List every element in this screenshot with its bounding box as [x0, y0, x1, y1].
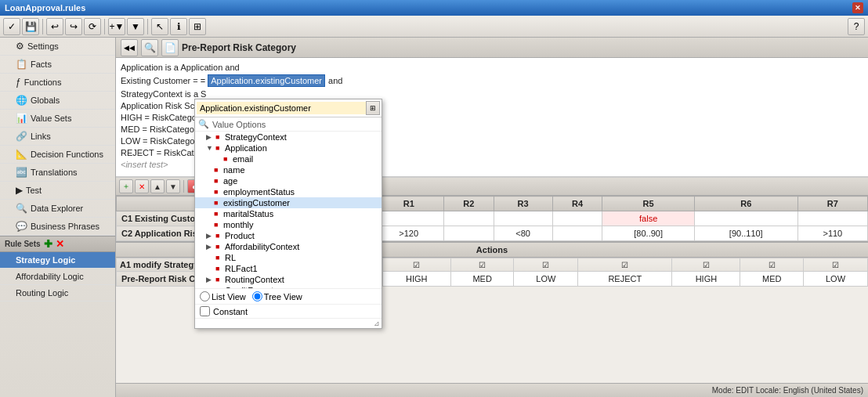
bottom-r3[interactable]: LOW	[514, 272, 578, 287]
constant-checkbox[interactable]	[200, 306, 210, 316]
col-r6: R6	[694, 197, 797, 211]
cursor-button[interactable]: ↖	[151, 18, 168, 35]
tree-icon-rlfact1: ■	[215, 265, 223, 272]
tree-item-monthly[interactable]: ■ monthly	[195, 219, 382, 230]
table-down-button[interactable]: ▼	[166, 179, 180, 193]
existing-customer-field[interactable]: Application.existingCustomer	[208, 74, 325, 87]
tree-item-application[interactable]: ▼ ■ Application	[195, 143, 382, 153]
sidebar-item-dataexplorer[interactable]: 🔍 Data Explorer	[0, 200, 115, 218]
sidebar-item-label-affordabilitylogic: Affordability Logic	[16, 272, 84, 281]
rule-text-6: MED = RiskCategorie	[121, 125, 204, 134]
sidebar-item-facts[interactable]: 📋 Facts	[0, 56, 115, 74]
sidebar-item-globals[interactable]: 🌐 Globals	[0, 92, 115, 110]
a1-cb3[interactable]: ☑	[514, 258, 578, 272]
c2-r6[interactable]: [90..110]	[694, 226, 797, 241]
tree-item-strategycontext[interactable]: ▶ ■ StrategyContext	[195, 132, 382, 143]
add-button[interactable]: +▼	[108, 18, 125, 35]
tree-item-employmentstatus[interactable]: ■ employmentStatus	[195, 186, 382, 197]
forward-button[interactable]: ↪	[65, 18, 82, 35]
a1-cb5[interactable]: ☑	[672, 258, 740, 272]
table-add-button[interactable]: ＋	[119, 179, 133, 193]
c1-r3[interactable]	[494, 211, 552, 226]
radio-listview[interactable]: List View	[200, 291, 246, 301]
sidebar-item-strategylogic[interactable]: Strategy Logic	[0, 252, 115, 269]
tree-item-routingcontext[interactable]: ▶ ■ RoutingContext	[195, 274, 382, 285]
expander-affordabilitycontext[interactable]: ▶	[206, 243, 214, 251]
c1-r4[interactable]	[552, 211, 602, 226]
doc-button[interactable]: 📄	[161, 39, 179, 56]
insert-test-label[interactable]: <insert test>	[121, 160, 168, 169]
table-up-button[interactable]: ▲	[150, 179, 165, 193]
bottom-r4[interactable]: REJECT	[578, 272, 672, 287]
c2-r4[interactable]	[552, 226, 602, 241]
back-button[interactable]: ↩	[46, 18, 63, 35]
info-button[interactable]: ℹ	[170, 18, 187, 35]
dropdown-resize-handle[interactable]: ⊿	[195, 318, 382, 328]
tree-item-age[interactable]: ■ age	[195, 175, 382, 186]
dropdown-input[interactable]	[197, 102, 366, 114]
table-delete-button[interactable]: ✕	[135, 179, 149, 193]
tree-item-name[interactable]: ■ name	[195, 164, 382, 175]
refresh-button[interactable]: ⟳	[84, 18, 101, 35]
expander-application[interactable]: ▼	[206, 144, 214, 152]
rule-sets-remove-button[interactable]: ✕	[56, 238, 64, 250]
c1-r5[interactable]: false	[602, 211, 694, 226]
c2-r2[interactable]	[443, 226, 494, 241]
c2-r7[interactable]: >110	[797, 226, 867, 241]
c1-r2[interactable]	[443, 211, 494, 226]
tree-item-affordabilitycontext[interactable]: ▶ ■ AffordabilityContext	[195, 241, 382, 252]
bottom-r1[interactable]: HIGH	[382, 272, 450, 287]
title-bar-close[interactable]: ✕	[852, 2, 863, 13]
bottom-r7[interactable]: LOW	[804, 272, 868, 287]
expander-routingcontext[interactable]: ▶	[206, 276, 214, 283]
collapse-button[interactable]: ◀◀	[121, 39, 138, 56]
sidebar-item-valuesets[interactable]: 📊 Value Sets	[0, 110, 115, 128]
c2-r1[interactable]: >120	[374, 226, 443, 241]
sidebar-item-test[interactable]: ▶ Test	[0, 182, 115, 200]
check-button[interactable]: ✓	[3, 18, 20, 35]
tree-item-rl[interactable]: ■ RL	[195, 252, 382, 263]
c2-r3[interactable]: <80	[494, 226, 552, 241]
help-button[interactable]: ?	[848, 18, 865, 35]
c1-r6[interactable]	[694, 211, 797, 226]
search-doc-button[interactable]: 🔍	[141, 39, 158, 56]
save-button[interactable]: 💾	[22, 18, 39, 35]
c1-r7[interactable]	[797, 211, 867, 226]
expander-product[interactable]: ▶	[206, 232, 214, 240]
radio-treeview[interactable]: Tree View	[252, 291, 302, 301]
sidebar-item-decisionfunctions[interactable]: 📐 Decision Functions	[0, 146, 115, 164]
status-text: Mode: EDIT Locale: English (United State…	[712, 386, 863, 395]
expander-strategycontext[interactable]: ▶	[206, 133, 214, 141]
a1-cb4[interactable]: ☑	[578, 258, 672, 272]
sidebar-item-functions[interactable]: ƒ Functions	[0, 74, 115, 92]
dropdown-expand-button[interactable]: ⊞	[366, 101, 380, 115]
bottom-r5[interactable]: HIGH	[672, 272, 740, 287]
dataexplorer-icon: 🔍	[16, 203, 27, 214]
sidebar-item-routinglogic[interactable]: Routing Logic	[0, 285, 115, 301]
tree-item-email[interactable]: ■ email	[195, 153, 382, 164]
c2-r5[interactable]: [80..90]	[602, 226, 694, 241]
rule-sets-add-button[interactable]: ✚	[44, 238, 52, 250]
sidebar-item-translations[interactable]: 🔤 Translations	[0, 164, 115, 182]
a1-cb2[interactable]: ☑	[450, 258, 514, 272]
tree-icon-age: ■	[214, 177, 222, 185]
tree-item-rlfact1[interactable]: ■ RLFact1	[195, 263, 382, 274]
bottom-r2[interactable]: MED	[450, 272, 514, 287]
expander-creditreport[interactable]: ▶	[206, 287, 214, 288]
tree-item-product[interactable]: ▶ ■ Product	[195, 230, 382, 241]
a1-cb6[interactable]: ☑	[740, 258, 804, 272]
sidebar-item-links[interactable]: 🔗 Links	[0, 128, 115, 146]
nav-button[interactable]: ▼	[127, 18, 144, 35]
radio-input-listview[interactable]	[200, 291, 210, 301]
tree-item-existingcustomer[interactable]: ■ existingCustomer	[195, 197, 382, 208]
a1-cb7[interactable]: ☑	[804, 258, 868, 272]
radio-input-treeview[interactable]	[252, 291, 262, 301]
c1-r1[interactable]	[374, 211, 443, 226]
bottom-r6[interactable]: MED	[740, 272, 804, 287]
sidebar-item-businessphrases[interactable]: 💬 Business Phrases	[0, 218, 115, 236]
a1-cb1[interactable]: ☑	[382, 258, 450, 272]
sidebar-item-settings[interactable]: ⚙ Settings	[0, 38, 115, 56]
grid-button[interactable]: ⊞	[189, 18, 206, 35]
sidebar-item-affordabilitylogic[interactable]: Affordability Logic	[0, 269, 115, 285]
tree-item-maritalstatus[interactable]: ■ maritalStatus	[195, 208, 382, 219]
